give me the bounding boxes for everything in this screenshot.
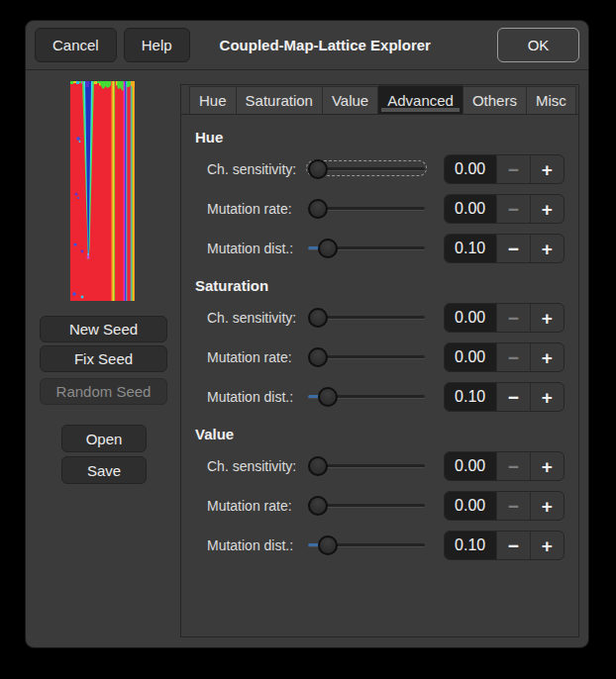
row-label: Mutation dist.: bbox=[207, 241, 308, 256]
saturation-mutation-rate-spin: 0.00 − + bbox=[444, 342, 565, 372]
hue-mutation-rate-slider[interactable] bbox=[308, 189, 443, 229]
new-seed-button[interactable]: New Seed bbox=[40, 316, 167, 342]
plus-icon[interactable]: + bbox=[530, 492, 564, 520]
hue-mutation-dist-row: Mutation dist.: 0.10 − + bbox=[195, 229, 565, 268]
tab-value[interactable]: Value bbox=[323, 86, 378, 114]
spin-value[interactable]: 0.00 bbox=[445, 343, 496, 371]
cml-explorer-dialog: Cancel Help Coupled-Map-Lattice Explorer… bbox=[25, 20, 589, 648]
value-mutation-rate-row: Mutation rate: 0.00 − + bbox=[195, 486, 565, 526]
value-ch-sensitivity-row: Ch. sensitivity: 0.00 − + bbox=[195, 446, 565, 486]
open-button[interactable]: Open bbox=[61, 425, 147, 452]
spin-value[interactable]: 0.00 bbox=[445, 304, 496, 332]
row-label: Ch. sensitivity: bbox=[207, 310, 308, 326]
slider-thumb[interactable] bbox=[318, 387, 338, 407]
cancel-button[interactable]: Cancel bbox=[35, 28, 117, 62]
plus-icon[interactable]: + bbox=[530, 452, 564, 480]
saturation-ch-sensitivity-slider[interactable] bbox=[308, 298, 443, 338]
slider-thumb[interactable] bbox=[308, 347, 328, 367]
section-title: Value bbox=[195, 421, 565, 446]
section-title: Saturation bbox=[195, 272, 565, 298]
dialog-header: Cancel Help Coupled-Map-Lattice Explorer… bbox=[26, 21, 588, 70]
ok-button[interactable]: OK bbox=[497, 28, 579, 62]
tab-advanced[interactable]: Advanced bbox=[378, 85, 463, 114]
minus-icon[interactable]: − bbox=[496, 235, 530, 262]
value-mutation-rate-spin: 0.00 − + bbox=[444, 491, 565, 521]
slider-thumb[interactable] bbox=[308, 159, 328, 179]
section-value: Value Ch. sensitivity: 0.00 − + bbox=[195, 421, 565, 565]
help-button[interactable]: Help bbox=[124, 28, 190, 62]
tab-saturation[interactable]: Saturation bbox=[237, 86, 323, 114]
hue-ch-sensitivity-row: Ch. sensitivity: 0.00 − + bbox=[195, 149, 565, 189]
tab-bar: Hue Saturation Value Advanced Others Mis… bbox=[181, 85, 578, 115]
saturation-mutation-rate-row: Mutation rate: 0.00 − + bbox=[195, 338, 565, 377]
spin-value[interactable]: 0.10 bbox=[445, 235, 496, 262]
saturation-mutation-dist-row: Mutation dist.: 0.10 − + bbox=[195, 377, 565, 417]
minus-icon: − bbox=[496, 195, 530, 223]
minus-icon: − bbox=[496, 492, 530, 520]
saturation-mutation-dist-slider[interactable] bbox=[308, 377, 443, 417]
minus-icon: − bbox=[496, 343, 530, 371]
minus-icon[interactable]: − bbox=[496, 383, 530, 411]
spin-value[interactable]: 0.10 bbox=[445, 532, 496, 559]
row-label: Mutation rate: bbox=[207, 498, 308, 514]
section-title: Hue bbox=[195, 124, 565, 149]
plus-icon[interactable]: + bbox=[530, 532, 564, 559]
plus-icon[interactable]: + bbox=[530, 304, 564, 332]
slider-thumb[interactable] bbox=[318, 239, 338, 258]
slider-thumb[interactable] bbox=[308, 496, 328, 516]
value-mutation-dist-slider[interactable] bbox=[308, 526, 443, 565]
slider-thumb[interactable] bbox=[308, 308, 328, 328]
row-label: Ch. sensitivity: bbox=[207, 458, 308, 474]
random-seed-button: Random Seed bbox=[40, 378, 167, 405]
tab-hue[interactable]: Hue bbox=[189, 86, 237, 114]
row-label: Mutation dist.: bbox=[207, 389, 308, 405]
row-label: Ch. sensitivity: bbox=[207, 161, 308, 177]
fix-seed-button[interactable]: Fix Seed bbox=[40, 345, 167, 372]
minus-icon[interactable]: − bbox=[496, 532, 530, 559]
settings-notebook: Hue Saturation Value Advanced Others Mis… bbox=[180, 84, 579, 637]
row-label: Mutation dist.: bbox=[207, 537, 308, 553]
dialog-title: Coupled-Map-Lattice Explorer bbox=[220, 37, 431, 53]
plus-icon[interactable]: + bbox=[530, 155, 564, 183]
spin-value[interactable]: 0.10 bbox=[445, 383, 496, 411]
screen: Cancel Help Coupled-Map-Lattice Explorer… bbox=[0, 0, 616, 679]
saturation-mutation-rate-slider[interactable] bbox=[308, 338, 443, 377]
section-hue: Hue Ch. sensitivity: 0.00 − + bbox=[195, 124, 565, 268]
spin-value[interactable]: 0.00 bbox=[445, 195, 496, 223]
hue-ch-sensitivity-slider[interactable] bbox=[308, 149, 443, 189]
spin-value[interactable]: 0.00 bbox=[445, 155, 496, 183]
slider-thumb[interactable] bbox=[318, 535, 338, 555]
plus-icon[interactable]: + bbox=[530, 343, 564, 371]
save-button[interactable]: Save bbox=[61, 456, 147, 484]
hue-mutation-rate-row: Mutation rate: 0.00 − + bbox=[195, 189, 565, 229]
minus-icon: − bbox=[496, 304, 530, 332]
hue-mutation-rate-spin: 0.00 − + bbox=[444, 194, 565, 224]
section-saturation: Saturation Ch. sensitivity: 0.00 − + bbox=[195, 272, 565, 417]
saturation-mutation-dist-spin: 0.10 − + bbox=[444, 382, 565, 412]
plus-icon[interactable]: + bbox=[530, 195, 564, 223]
value-ch-sensitivity-slider[interactable] bbox=[308, 446, 443, 486]
hue-mutation-dist-spin: 0.10 − + bbox=[444, 234, 565, 263]
minus-icon: − bbox=[496, 452, 530, 480]
value-mutation-dist-spin: 0.10 − + bbox=[444, 531, 565, 560]
advanced-tab-content: Hue Ch. sensitivity: 0.00 − + bbox=[181, 115, 578, 565]
spin-value[interactable]: 0.00 bbox=[445, 492, 496, 520]
tab-others[interactable]: Others bbox=[463, 86, 527, 114]
row-label: Mutation rate: bbox=[207, 201, 308, 217]
value-ch-sensitivity-spin: 0.00 − + bbox=[444, 451, 565, 481]
slider-thumb[interactable] bbox=[308, 456, 328, 476]
hue-ch-sensitivity-spin: 0.00 − + bbox=[444, 154, 565, 184]
spin-value[interactable]: 0.00 bbox=[445, 452, 496, 480]
slider-thumb[interactable] bbox=[308, 199, 328, 219]
row-label: Mutation rate: bbox=[207, 349, 308, 365]
minus-icon: − bbox=[496, 155, 530, 183]
tab-misc[interactable]: Misc bbox=[527, 86, 576, 114]
saturation-ch-sensitivity-spin: 0.00 − + bbox=[444, 303, 565, 333]
hue-mutation-dist-slider[interactable] bbox=[308, 229, 443, 268]
preview-image bbox=[70, 81, 135, 301]
saturation-ch-sensitivity-row: Ch. sensitivity: 0.00 − + bbox=[195, 298, 565, 338]
value-mutation-rate-slider[interactable] bbox=[308, 486, 443, 526]
value-mutation-dist-row: Mutation dist.: 0.10 − + bbox=[195, 526, 565, 565]
plus-icon[interactable]: + bbox=[530, 383, 564, 411]
plus-icon[interactable]: + bbox=[530, 235, 564, 262]
